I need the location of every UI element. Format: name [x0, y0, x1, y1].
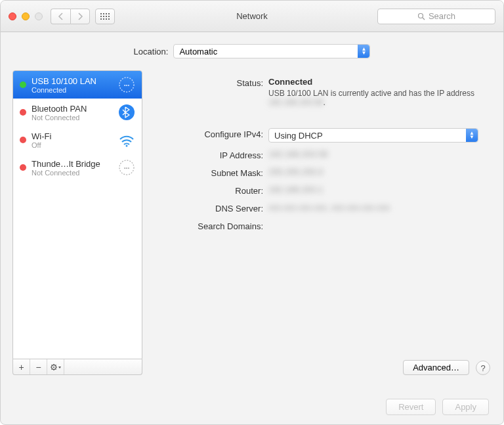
search-placeholder: Search	[429, 11, 455, 21]
svg-line-15	[55, 369, 56, 369]
search-icon	[417, 12, 425, 20]
body: USB 10/100 LAN Connected ••• Bluetooth P…	[1, 70, 503, 387]
svg-line-17	[55, 365, 56, 365]
service-item-wifi[interactable]: Wi-Fi Off	[13, 126, 142, 154]
select-arrows-icon: ▲▼	[358, 45, 369, 58]
svg-text:•••: •••	[124, 82, 130, 88]
location-select[interactable]: Automatic ▲▼	[173, 44, 370, 58]
router-label: Router:	[152, 185, 268, 196]
configure-ipv4-value: Using DHCP	[274, 131, 323, 141]
subnet-mask-label: Subnet Mask:	[152, 167, 268, 178]
status-dot-disconnected-icon	[20, 109, 26, 116]
svg-line-1	[423, 18, 425, 20]
svg-point-5	[126, 145, 128, 147]
titlebar: Network Search	[1, 1, 503, 32]
dns-server-row: DNS Server: xxx.xxx.xxx.xxx, xxx.xxx.xxx…	[152, 202, 480, 213]
router-row: Router: 192.168.203.1	[152, 185, 480, 196]
ip-address-value: 192.168.203.58	[268, 149, 327, 159]
bluetooth-icon	[117, 102, 136, 122]
svg-text:•••: •••	[124, 165, 130, 171]
status-value: Connected	[268, 77, 480, 87]
network-preferences-window: Network Search Location: Automatic ▲▼ US…	[0, 0, 504, 425]
status-dot-disconnected-icon	[20, 137, 26, 143]
chevron-right-icon	[77, 12, 83, 20]
service-list[interactable]: USB 10/100 LAN Connected ••• Bluetooth P…	[12, 70, 142, 359]
sidebar: USB 10/100 LAN Connected ••• Bluetooth P…	[12, 70, 142, 375]
search-field[interactable]: Search	[377, 9, 495, 24]
remove-service-button[interactable]: −	[30, 359, 47, 374]
location-row: Location: Automatic ▲▼	[1, 32, 503, 70]
service-name: USB 10/100 LAN	[32, 76, 112, 86]
status-description: USB 10/100 LAN is currently active and h…	[268, 89, 480, 107]
location-value: Automatic	[179, 47, 217, 56]
nav-buttons	[51, 9, 90, 24]
service-text: Wi-Fi Off	[32, 131, 112, 149]
service-item-thunderbolt-bridge[interactable]: Thunde…lt Bridge Not Connected •••	[13, 154, 142, 181]
service-status: Off	[32, 141, 112, 149]
minimize-window-button[interactable]	[22, 12, 30, 20]
configure-ipv4-label: Configure IPv4:	[152, 128, 268, 143]
service-name: Wi-Fi	[32, 131, 112, 141]
service-status: Not Connected	[32, 114, 112, 122]
wifi-icon	[117, 130, 136, 150]
close-window-button[interactable]	[9, 12, 16, 20]
subnet-mask-row: Subnet Mask: 255.255.255.0	[152, 167, 480, 178]
service-item-usb-lan[interactable]: USB 10/100 LAN Connected •••	[13, 71, 142, 99]
ethernet-icon: •••	[117, 75, 136, 95]
thunderbolt-bridge-icon: •••	[117, 158, 136, 177]
service-text: USB 10/100 LAN Connected	[32, 76, 112, 94]
back-button[interactable]	[51, 9, 70, 24]
ip-address-label: IP Address:	[152, 149, 268, 160]
service-status: Connected	[32, 86, 112, 94]
traffic-lights	[9, 12, 43, 20]
service-item-bluetooth-pan[interactable]: Bluetooth PAN Not Connected	[13, 99, 142, 126]
advanced-button[interactable]: Advanced…	[403, 360, 469, 375]
search-domains-label: Search Domains:	[152, 220, 268, 231]
router-value: 192.168.203.1	[268, 185, 323, 194]
search-domains-row: Search Domains:	[152, 220, 480, 231]
detail-pane: Status: Connected USB 10/100 LAN is curr…	[152, 70, 492, 375]
add-service-button[interactable]: +	[13, 359, 30, 374]
forward-button[interactable]	[70, 9, 90, 24]
help-button[interactable]: ?	[476, 361, 490, 375]
svg-line-16	[51, 369, 52, 369]
show-all-button[interactable]	[95, 9, 115, 24]
status-dot-connected-icon	[20, 81, 26, 88]
chevron-left-icon	[58, 12, 64, 20]
service-name: Bluetooth PAN	[32, 104, 112, 114]
service-status: Not Connected	[32, 169, 112, 177]
service-name: Thunde…lt Bridge	[32, 159, 112, 169]
revert-button[interactable]: Revert	[386, 399, 436, 415]
status-label: Status:	[152, 77, 268, 107]
svg-point-9	[53, 367, 54, 368]
help-icon: ?	[480, 363, 485, 373]
status-row: Status: Connected USB 10/100 LAN is curr…	[152, 77, 480, 107]
gear-dropdown-icon	[50, 363, 62, 371]
grid-icon	[100, 13, 110, 20]
dns-server-label: DNS Server:	[152, 202, 268, 213]
service-text: Thunde…lt Bridge Not Connected	[32, 159, 112, 177]
sidebar-footer: + −	[12, 359, 142, 375]
apply-button[interactable]: Apply	[442, 399, 489, 415]
select-arrows-icon: ▲▼	[466, 129, 478, 142]
svg-point-0	[418, 13, 423, 18]
status-dot-disconnected-icon	[20, 164, 26, 171]
service-action-menu[interactable]	[47, 359, 64, 374]
service-text: Bluetooth PAN Not Connected	[32, 104, 112, 122]
zoom-window-button[interactable]	[35, 12, 43, 20]
dns-server-value: xxx.xxx.xxx.xxx, xxx.xxx.xxx.xxx	[268, 202, 390, 212]
subnet-mask-value: 255.255.255.0	[268, 167, 323, 177]
configure-ipv4-select[interactable]: Using DHCP ▲▼	[268, 128, 478, 143]
configure-ipv4-row: Configure IPv4: Using DHCP ▲▼	[152, 128, 480, 143]
svg-point-4	[119, 104, 135, 120]
location-label: Location:	[134, 47, 169, 56]
footer-buttons: Revert Apply	[386, 399, 489, 415]
svg-line-14	[51, 365, 52, 365]
ip-address-row: IP Address: 192.168.203.58	[152, 149, 480, 160]
